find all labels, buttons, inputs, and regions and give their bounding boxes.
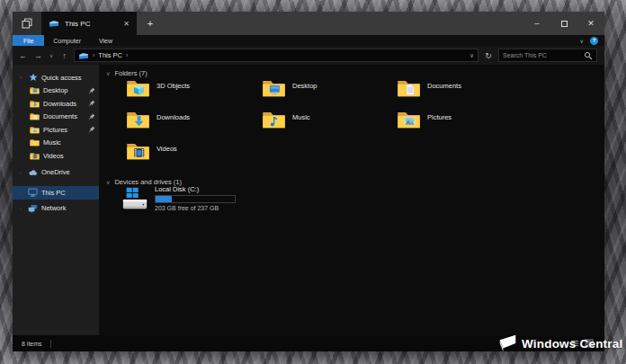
explorer-icon [78,51,89,60]
sidebar-item-onedrive[interactable]: › OneDrive [13,166,99,180]
folder-item-downloads[interactable]: Downloads [126,109,262,140]
folders-grid: 3D Objects Desktop Documents Downloads [126,77,532,172]
navigation-pane: ∨ Quick access Desktop Downloads Documen [13,65,99,335]
sidebar-item-this-pc[interactable]: › This PC [13,186,99,200]
network-icon [28,204,38,213]
sidebar-item-downloads[interactable]: Downloads [13,97,99,111]
search-box[interactable] [498,49,597,62]
pictures-folder-icon [397,110,421,129]
documents-folder-icon [30,112,40,121]
expand-chevron-icon[interactable]: ∨ [17,75,24,80]
ribbon-bar: File Computer View ∨ ? [13,35,604,46]
desktop-folder-icon [30,86,40,95]
refresh-icon[interactable]: ↻ [482,51,495,60]
crumb-separator[interactable]: › [126,52,128,58]
address-bar: ← → ∨ ↑ › This PC › ∨ ↻ [13,46,604,65]
new-tab-button[interactable]: + [137,12,164,35]
pictures-folder-icon [30,125,40,134]
drive-item-local-disk-c[interactable]: Local Disk (C:) 203 GB free of 237 GB [121,185,236,212]
back-button[interactable]: ← [17,51,29,60]
folder-item-3d-objects[interactable]: 3D Objects [126,77,262,109]
file-explorer-window: This PC ✕ + – ✕ File Computer View ∨ ? ← [13,12,604,351]
tab-close-icon[interactable]: ✕ [121,20,131,28]
up-button[interactable]: ↑ [58,51,70,60]
tab-title: This PC [65,20,116,28]
music-folder-icon [262,110,286,129]
folder-item-desktop[interactable]: Desktop [262,77,397,109]
maximize-icon [561,21,568,27]
folder-item-music[interactable]: Music [262,109,397,140]
pin-icon [88,100,95,107]
windows-central-watermark: Windows Central [496,333,622,354]
drive-name: Local Disk (C:) [155,185,236,193]
title-bar-drag-area[interactable] [164,12,523,35]
item-count: 8 items [22,341,42,347]
tab-this-pc[interactable]: This PC ✕ [41,12,137,35]
minimize-button[interactable]: – [523,12,550,35]
expand-chevron-icon[interactable]: › [17,170,24,175]
expand-chevron-icon[interactable]: › [17,206,24,211]
status-separator [50,340,51,348]
quick-access-star-icon [28,73,38,82]
drive-usage-fill [156,196,172,202]
sidebar-item-documents[interactable]: Documents [13,111,99,124]
desktop-wallpaper: This PC ✕ + – ✕ File Computer View ∨ ? ← [0,0,626,364]
window-stack-icon[interactable] [13,12,41,35]
breadcrumb-this-pc[interactable]: This PC [98,51,122,59]
sidebar-item-desktop[interactable]: Desktop [13,84,99,98]
pin-icon [88,113,95,120]
downloads-folder-icon [30,99,40,108]
group-chevron-icon[interactable]: ∨ [106,179,110,185]
folder-item-documents[interactable]: Documents [397,77,532,109]
onedrive-cloud-icon [28,168,38,177]
hard-drive-icon [121,185,149,212]
breadcrumb[interactable]: › This PC › ∨ [74,49,478,62]
sidebar-item-videos[interactable]: Videos [13,149,99,163]
sidebar-item-music[interactable]: Music [13,137,99,150]
folder-item-pictures[interactable]: Pictures [397,109,532,140]
ribbon-tab-computer[interactable]: Computer [44,35,90,46]
documents-folder-icon [397,78,421,98]
content-pane: ∨ Folders (7) 3D Objects Desktop Documen… [99,65,604,335]
close-button[interactable]: ✕ [577,12,604,35]
group-chevron-icon[interactable]: ∨ [106,70,110,76]
downloads-folder-icon [126,110,150,129]
window-controls: – ✕ [523,12,604,35]
windows-central-logo-icon [496,333,518,354]
this-pc-icon [28,188,38,197]
expand-chevron-icon[interactable]: › [17,190,24,195]
sidebar-item-pictures[interactable]: Pictures [13,123,99,137]
music-folder-icon [30,138,40,147]
sidebar-item-quick-access[interactable]: ∨ Quick access [13,71,99,84]
explorer-icon [49,19,59,28]
address-dropdown-icon[interactable]: ∨ [470,52,474,59]
ribbon-tab-file[interactable]: File [13,35,44,46]
search-input[interactable] [503,52,584,58]
crumb-separator: › [93,52,94,58]
folder-item-videos[interactable]: Videos [126,140,262,172]
drive-free-space: 203 GB free of 237 GB [155,205,236,211]
drive-usage-bar [155,195,236,203]
videos-folder-icon [30,151,40,160]
search-icon[interactable] [584,51,593,60]
maximize-button[interactable] [550,12,577,35]
ribbon-collapse-icon[interactable]: ∨ [580,38,584,44]
forward-button[interactable]: → [32,51,44,60]
history-dropdown-icon[interactable]: ∨ [48,52,55,58]
help-icon[interactable]: ? [590,37,598,45]
title-bar: This PC ✕ + – ✕ [13,12,604,35]
pin-icon [88,126,95,133]
videos-folder-icon [126,141,150,161]
3d-objects-folder-icon [126,78,150,98]
watermark-text: Windows Central [522,337,622,351]
folders-group-header[interactable]: ∨ Folders (7) [106,69,148,77]
desktop-folder-icon [262,78,286,98]
ribbon-tab-view[interactable]: View [90,35,121,46]
sidebar-item-network[interactable]: › Network [13,202,99,216]
pin-icon [88,87,95,94]
